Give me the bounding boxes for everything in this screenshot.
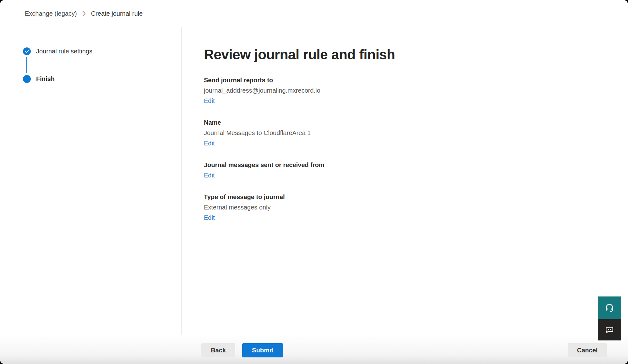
footer-primary-actions: Back Submit [201,343,283,357]
support-button[interactable] [598,296,621,319]
dot-circle-icon [23,75,31,83]
section-label: Send journal reports to [204,75,615,85]
back-button[interactable]: Back [201,343,235,357]
message-type-value: External messages only [204,202,615,213]
chat-bubble-icon [605,325,614,334]
wizard-step-label-finish: Finish [36,75,55,83]
review-section-sent-or-received-from: Journal messages sent or received from E… [204,160,615,181]
content-area: Journal rule settings Finish Review jour… [0,27,628,335]
chevron-right-icon [82,11,86,16]
breadcrumb-current-page: Create journal rule [91,10,143,17]
wizard-step-journal-rule-settings[interactable]: Journal rule settings [23,47,181,55]
edit-send-reports-link[interactable]: Edit [204,96,215,106]
rule-name-value: Journal Messages to CloudflareArea 1 [204,128,615,138]
review-panel: Review journal rule and finish Send jour… [182,27,628,335]
breadcrumb: Exchange (legacy) Create journal rule [25,10,143,17]
step-connector-line [26,57,27,73]
wizard-step-label-settings: Journal rule settings [36,48,92,55]
section-label: Type of message to journal [204,192,615,202]
wizard-step-finish[interactable]: Finish [23,75,181,83]
breadcrumb-exchange-legacy-link[interactable]: Exchange (legacy) [25,10,77,17]
headset-icon [604,303,614,313]
page-title: Review journal rule and finish [204,47,615,62]
journal-report-address-value: journal_adddress@journaling.mxrecord.io [204,85,615,96]
review-section-send-reports-to: Send journal reports to journal_adddress… [204,75,615,106]
wizard-steps-panel: Journal rule settings Finish [0,27,182,335]
support-widget-stack [598,296,621,340]
edit-scope-link[interactable]: Edit [204,170,215,181]
breadcrumb-bar: Exchange (legacy) Create journal rule [0,0,628,27]
edit-name-link[interactable]: Edit [204,138,215,149]
section-label: Name [204,117,615,128]
section-label: Journal messages sent or received from [204,160,615,170]
edit-message-type-link[interactable]: Edit [204,213,215,223]
exchange-admin-window: Exchange (legacy) Create journal rule Jo… [0,0,628,364]
submit-button[interactable]: Submit [242,343,283,357]
cancel-button[interactable]: Cancel [568,343,607,357]
review-section-message-type: Type of message to journal External mess… [204,192,615,223]
check-circle-icon [23,47,31,55]
review-section-name: Name Journal Messages to CloudflareArea … [204,117,615,149]
feedback-button[interactable] [598,319,621,340]
footer-action-bar: Back Submit Cancel [0,335,628,364]
